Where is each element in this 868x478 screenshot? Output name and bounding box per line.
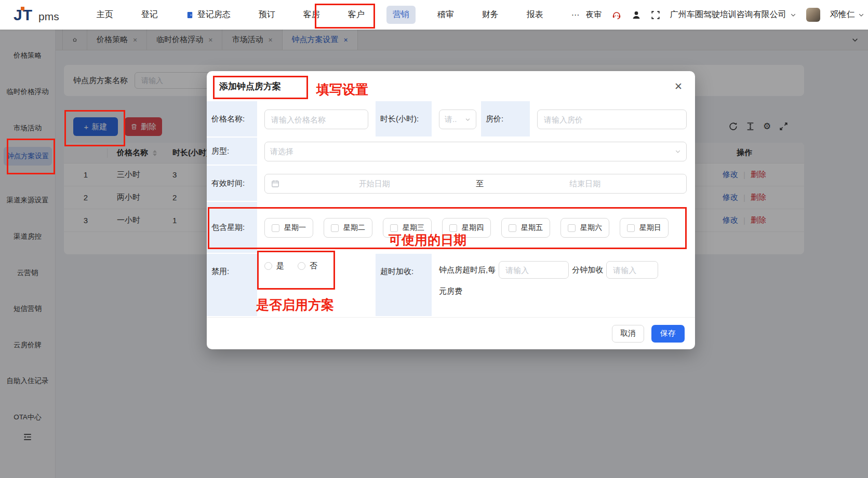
logo-product: pms — [38, 10, 59, 23]
duration-label: 时长(小时): — [376, 101, 432, 138]
nav-item-room-status[interactable]: 登记房态 — [180, 6, 237, 24]
weekday-checkbox-sat[interactable]: 星期六 — [560, 218, 609, 238]
night-audit-button[interactable]: 夜审 — [586, 10, 602, 20]
checkbox-icon — [627, 224, 635, 232]
weekday-checkbox-thu[interactable]: 星期四 — [442, 218, 491, 238]
nav-item-customers[interactable]: 客户 — [342, 6, 371, 24]
range-separator: 至 — [470, 179, 490, 189]
checkbox-icon — [390, 224, 398, 232]
nav-item-checkin[interactable]: 登记 — [135, 6, 164, 24]
calendar-icon — [271, 180, 279, 188]
checkbox-icon — [449, 224, 457, 232]
weekday-checkbox-fri[interactable]: 星期五 — [501, 218, 550, 238]
nav-item-audit[interactable]: 稽审 — [431, 6, 460, 24]
duration-select[interactable]: 请.. — [439, 110, 476, 129]
navbar-right: 夜审 广州车圈驾驶培训咨询有限公司 邓惟仁 — [586, 8, 864, 22]
app-window: JT pms 主页 登记 登记房态 预订 客房 客户 营销 稽审 财务 报表 ·… — [0, 0, 868, 478]
nav-item-room-status-label: 登记房态 — [197, 9, 231, 20]
radio-icon — [264, 262, 272, 270]
form-row-room-type: 房型: 请选择 — [207, 138, 695, 166]
logo-mark: JT — [14, 6, 33, 24]
modal-header: 添加钟点房方案 ✕ — [207, 71, 695, 101]
room-price-input[interactable] — [537, 110, 687, 129]
room-type-select-placeholder: 请选择 — [270, 147, 293, 157]
nav-item-home[interactable]: 主页 — [90, 6, 119, 24]
main-nav: 主页 登记 登记房态 预订 客房 客户 营销 稽审 财务 报表 ··· — [90, 6, 586, 24]
date-range-picker[interactable]: 开始日期 至 结束日期 — [264, 174, 687, 194]
chevron-down-icon — [465, 117, 471, 122]
radio-icon — [298, 262, 305, 270]
checkbox-icon — [272, 224, 279, 232]
overtime-fee-input[interactable] — [606, 261, 658, 279]
nav-item-finance[interactable]: 财务 — [476, 6, 505, 24]
modal-footer: 取消 保存 — [207, 317, 695, 349]
start-date-placeholder: 开始日期 — [279, 179, 470, 189]
room-price-label: 房价: — [481, 101, 530, 138]
valid-time-label: 有效时间: — [207, 166, 257, 202]
form-row-disable-overtime: 禁用: 是 否 超时加收: 钟点房超时后,每 分钟加收 元房费 — [207, 254, 695, 317]
weekday-options: 星期一 星期二 星期三 星期四 星期五 星期六 星期日 — [264, 218, 669, 238]
user-name: 邓惟仁 — [830, 9, 855, 20]
end-date-placeholder: 结束日期 — [490, 179, 680, 189]
top-navbar: JT pms 主页 登记 登记房态 预订 客房 客户 营销 稽审 财务 报表 ·… — [0, 0, 868, 30]
disabled-radio-group: 是 否 — [264, 261, 317, 271]
form-row-price: 价格名称: 时长(小时): 请.. 房价: — [207, 101, 695, 138]
price-name-input[interactable] — [264, 110, 368, 129]
checkbox-icon — [568, 224, 576, 232]
overtime-text-after: 元房费 — [439, 286, 462, 296]
company-name: 广州车圈驾驶培训咨询有限公司 — [670, 9, 786, 20]
overtime-label: 超时加收: — [376, 254, 432, 317]
checkbox-icon — [509, 224, 516, 232]
checkbox-icon — [331, 224, 339, 232]
room-type-select[interactable]: 请选择 — [264, 142, 687, 161]
modal-close-icon[interactable]: ✕ — [674, 80, 683, 92]
duration-select-placeholder: 请.. — [445, 115, 457, 125]
nav-item-marketing[interactable]: 营销 — [386, 6, 416, 24]
weekday-checkbox-wed[interactable]: 星期三 — [383, 218, 432, 238]
customer-service-icon[interactable] — [611, 10, 622, 20]
price-name-label: 价格名称: — [207, 101, 257, 138]
radio-yes[interactable]: 是 — [264, 261, 284, 271]
chevron-down-icon — [790, 12, 796, 18]
nav-item-rooms[interactable]: 客房 — [297, 6, 326, 24]
chevron-down-icon — [858, 12, 864, 18]
weekday-checkbox-mon[interactable]: 星期一 — [264, 218, 313, 238]
modal-title: 添加钟点房方案 — [219, 80, 281, 92]
radio-no[interactable]: 否 — [298, 261, 317, 271]
room-status-icon — [186, 11, 194, 19]
overtime-minutes-input[interactable] — [499, 261, 569, 279]
disabled-label: 禁用: — [207, 254, 257, 317]
user-dropdown[interactable]: 邓惟仁 — [830, 9, 864, 20]
weekday-checkbox-sun[interactable]: 星期日 — [620, 218, 669, 238]
form-row-weekdays: 包含星期: 星期一 星期二 星期三 星期四 星期五 星期六 星期日 — [207, 202, 695, 254]
form-row-valid-time: 有效时间: 开始日期 至 结束日期 — [207, 166, 695, 202]
logo: JT pms — [14, 6, 59, 24]
nav-item-booking[interactable]: 预订 — [252, 6, 282, 24]
overtime-text-middle: 分钟加收 — [572, 265, 603, 275]
weekdays-label: 包含星期: — [207, 202, 257, 254]
company-dropdown[interactable]: 广州车圈驾驶培训咨询有限公司 — [670, 9, 796, 20]
room-type-label: 房型: — [207, 138, 257, 166]
user-icon[interactable] — [632, 10, 641, 20]
overtime-text-before: 钟点房超时后,每 — [439, 265, 496, 275]
fullscreen-icon[interactable] — [651, 10, 660, 20]
weekday-checkbox-tue[interactable]: 星期二 — [324, 218, 372, 238]
save-button[interactable]: 保存 — [651, 325, 685, 343]
cancel-button[interactable]: 取消 — [612, 325, 644, 343]
add-hourly-plan-modal: 添加钟点房方案 ✕ 价格名称: 时长(小时): 请.. 房价: 房型: — [207, 71, 695, 349]
user-avatar[interactable] — [806, 8, 820, 22]
nav-more[interactable]: ··· — [565, 7, 586, 23]
chevron-down-icon — [675, 148, 681, 155]
nav-item-reports[interactable]: 报表 — [520, 6, 550, 24]
